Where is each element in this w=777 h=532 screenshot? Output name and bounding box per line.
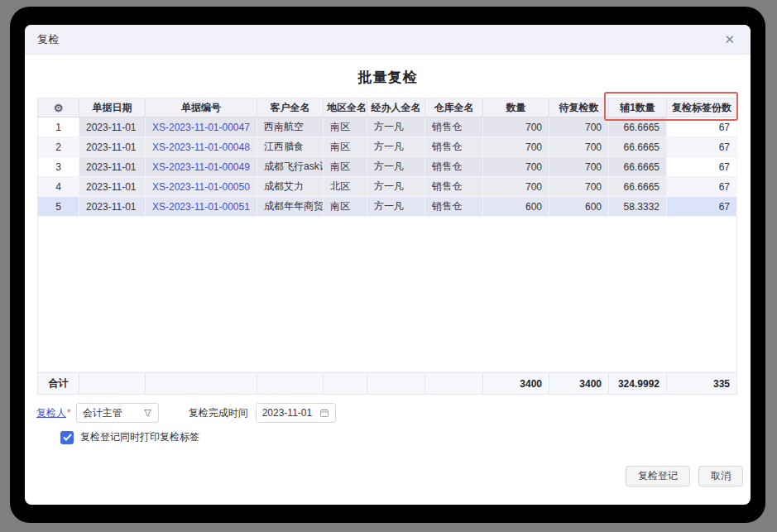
cell-label-count-input[interactable]: 67 (667, 197, 737, 217)
cell-label-count-input[interactable]: 67 (667, 117, 737, 137)
total-label: 合计 (38, 373, 79, 395)
dialog-footer: 复检登记 取消 (626, 466, 743, 486)
completion-time-label: 复检完成时间 (189, 406, 248, 420)
column-header-date: 单据日期 (79, 98, 146, 117)
cell-warehouse: 销售仓 (425, 177, 483, 197)
cell-pending: 700 (549, 177, 609, 197)
column-header-aux-qty: 辅1数量 (609, 98, 667, 117)
table-empty-area (38, 217, 737, 373)
row-number[interactable]: 1 (38, 117, 79, 137)
cell-pending: 600 (549, 197, 609, 217)
column-header-warehouse: 仓库全名 (425, 98, 483, 117)
cell-region: 南区 (324, 157, 367, 177)
column-settings-button[interactable]: ⚙ (38, 98, 79, 117)
recheck-form-row: 复检人 * 会计主管 复检完成时间 2023-11-01 (36, 403, 336, 423)
filter-funnel-icon[interactable] (143, 409, 152, 418)
row-number[interactable]: 3 (38, 157, 79, 177)
cell-doc-link[interactable]: XS-2023-11-01-00047 (146, 117, 257, 137)
cell-pending: 700 (549, 117, 609, 137)
cell-pending: 700 (549, 137, 609, 157)
row-number[interactable]: 4 (38, 177, 79, 197)
print-label-checkbox-label: 复检登记同时打印复检标签 (80, 430, 199, 444)
column-header-pending: 待复检数 (549, 98, 609, 117)
required-mark: * (67, 407, 71, 419)
cell-aux-qty: 58.3332 (609, 197, 667, 217)
cell-qty: 700 (483, 177, 549, 197)
cell-label-count-input[interactable]: 67 (667, 157, 737, 177)
recheck-register-button[interactable]: 复检登记 (626, 466, 690, 486)
recheck-table: ⚙ 单据日期 单据编号 客户全名 地区全名 经办人全名 仓库全名 数量 待复检数… (37, 98, 736, 395)
table-header-row: ⚙ 单据日期 单据编号 客户全名 地区全名 经办人全名 仓库全名 数量 待复检数… (38, 98, 737, 117)
table-row-selected: 5 2023-11-01 XS-2023-11-01-00051 成都年年商贸经… (38, 197, 737, 217)
cell-warehouse: 销售仓 (425, 197, 483, 217)
table-total-row: 合计 3400 3400 324.9992 335 (38, 373, 737, 395)
cell-handler: 方一凡 (367, 177, 425, 197)
cell-region: 南区 (324, 117, 367, 137)
cell-customer: 成都艾力 (257, 177, 324, 197)
inspector-value: 会计主管 (83, 406, 122, 420)
batch-recheck-heading: 批量复检 (25, 68, 751, 87)
cell-handler: 方一凡 (367, 137, 425, 157)
cell-date: 2023-11-01 (79, 137, 146, 157)
cell-warehouse: 销售仓 (425, 137, 483, 157)
cell-handler: 方一凡 (367, 197, 425, 217)
inspector-link-label[interactable]: 复检人 (36, 406, 66, 420)
cell-region: 南区 (324, 197, 367, 217)
close-button[interactable]: ✕ (721, 31, 738, 47)
cell-date: 2023-11-01 (79, 177, 146, 197)
cell-doc-link[interactable]: XS-2023-11-01-00050 (146, 177, 257, 197)
cell-qty: 700 (483, 117, 549, 137)
cell-date: 2023-11-01 (79, 197, 146, 217)
cell-qty: 600 (483, 197, 549, 217)
inspector-input[interactable]: 会计主管 (76, 403, 159, 423)
check-icon (63, 434, 72, 441)
cell-doc-link[interactable]: XS-2023-11-01-00051 (146, 197, 257, 217)
cell-warehouse: 销售仓 (425, 157, 483, 177)
cell-qty: 700 (483, 137, 549, 157)
cell-aux-qty: 66.6665 (609, 137, 667, 157)
total-pending: 3400 (549, 373, 609, 395)
cell-doc-link[interactable]: XS-2023-11-01-00048 (146, 137, 257, 157)
gear-icon: ⚙ (54, 102, 64, 114)
row-number[interactable]: 2 (38, 137, 79, 157)
total-qty: 3400 (483, 373, 549, 395)
table-row: 1 2023-11-01 XS-2023-11-01-00047 西南航空 南区… (38, 117, 737, 137)
cell-customer: 成都飞行ask计划 (257, 157, 324, 177)
cell-region: 北区 (324, 177, 367, 197)
column-header-customer: 客户全名 (257, 98, 324, 117)
column-header-qty: 数量 (483, 98, 549, 117)
cell-date: 2023-11-01 (79, 117, 146, 137)
cell-handler: 方一凡 (367, 117, 425, 137)
cell-pending: 700 (549, 157, 609, 177)
print-label-checkbox[interactable] (60, 431, 74, 444)
cell-customer: 西南航空 (257, 117, 324, 137)
table-row: 4 2023-11-01 XS-2023-11-01-00050 成都艾力 北区… (38, 177, 737, 197)
close-icon: ✕ (724, 32, 735, 46)
total-label-count: 335 (667, 373, 737, 395)
cell-label-count-input[interactable]: 67 (667, 177, 737, 197)
column-header-label-count: 复检标签份数 (667, 98, 737, 117)
cell-warehouse: 销售仓 (425, 117, 483, 137)
row-number[interactable]: 5 (38, 197, 79, 217)
completion-time-value: 2023-11-01 (262, 407, 313, 419)
cell-aux-qty: 66.6665 (609, 177, 667, 197)
dialog-title: 复检 (37, 32, 59, 47)
cell-date: 2023-11-01 (79, 157, 146, 177)
cell-aux-qty: 66.6665 (609, 117, 667, 137)
cell-label-count-input[interactable]: 67 (667, 137, 737, 157)
completion-time-input[interactable]: 2023-11-01 (256, 403, 336, 423)
cancel-button[interactable]: 取消 (698, 466, 743, 486)
total-aux-qty: 324.9992 (609, 373, 667, 395)
cell-qty: 700 (483, 157, 549, 177)
table-row: 2 2023-11-01 XS-2023-11-01-00048 江西腊食 南区… (38, 137, 737, 157)
cell-aux-qty: 66.6665 (609, 157, 667, 177)
table-row: 3 2023-11-01 XS-2023-11-01-00049 成都飞行ask… (38, 157, 737, 177)
cell-region: 南区 (324, 137, 367, 157)
cell-handler: 方一凡 (367, 157, 425, 177)
print-label-option-row: 复检登记同时打印复检标签 (60, 430, 199, 444)
calendar-icon[interactable] (319, 408, 329, 418)
cell-customer: 成都年年商贸经营部 (257, 197, 324, 217)
cell-customer: 江西腊食 (257, 137, 324, 157)
column-header-handler: 经办人全名 (367, 98, 425, 117)
cell-doc-link[interactable]: XS-2023-11-01-00049 (146, 157, 257, 177)
